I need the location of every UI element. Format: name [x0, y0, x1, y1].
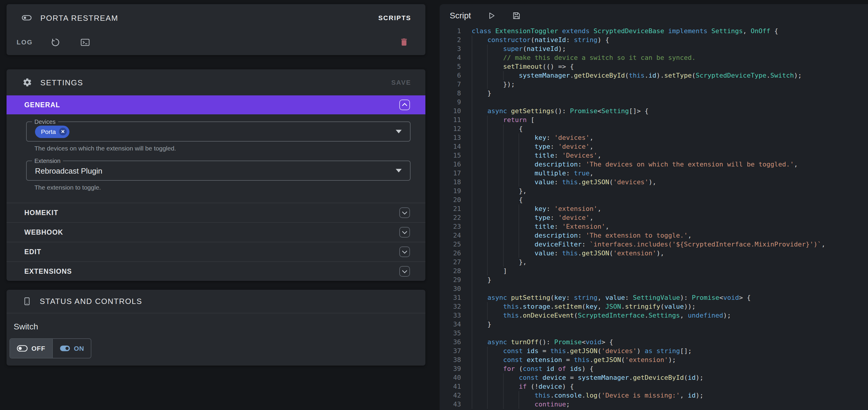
devices-field[interactable]: Devices Porta	[26, 122, 410, 142]
code-text: description: 'The extension to toggle.',	[472, 231, 868, 240]
porta-chip[interactable]: Porta	[35, 125, 69, 138]
code-line[interactable]: 6 systemManager.getDeviceById(this.id).s…	[440, 71, 868, 80]
code-line[interactable]: 13 key: 'devices',	[440, 133, 868, 142]
line-number: 15	[440, 151, 461, 160]
line-number: 11	[440, 115, 461, 125]
accordion-webhook[interactable]: WEBHOOK	[6, 222, 425, 242]
code-line[interactable]: 40 const device = systemManager.getDevic…	[440, 373, 868, 382]
code-line[interactable]: 16 description: 'The devices on which th…	[440, 160, 868, 169]
code-line[interactable]: 14 type: 'device',	[440, 142, 868, 151]
code-text: ]	[472, 267, 868, 275]
code-line[interactable]: 5 setTimeout(() => {	[440, 62, 868, 71]
line-number: 7	[440, 80, 461, 89]
code-text: // make this device a switch so it can b…	[472, 53, 868, 62]
accordion-general[interactable]: GENERAL	[6, 95, 425, 114]
code-line[interactable]: 34 }	[440, 320, 868, 329]
code-line[interactable]: 39 for (const id of ids) {	[440, 364, 868, 373]
status-card: STATUS AND CONTROLS Switch OFF ON	[6, 290, 425, 366]
accordion-edit[interactable]: EDIT	[6, 242, 425, 261]
code-line[interactable]: 2 constructor(nativeId: string) {	[440, 36, 868, 44]
code-text: if (!device) {	[472, 382, 868, 391]
code-line[interactable]: 12 {	[440, 125, 868, 133]
code-line[interactable]: 4 // make this device a switch so it can…	[440, 53, 868, 62]
off-button[interactable]: OFF	[10, 339, 52, 358]
code-line[interactable]: 35	[440, 329, 868, 338]
line-number: 24	[440, 231, 461, 240]
line-number: 17	[440, 169, 461, 178]
code-line[interactable]: 3 super(nativeId);	[440, 44, 868, 53]
line-number: 21	[440, 204, 461, 213]
code-line[interactable]: 24 description: 'The extension to toggle…	[440, 231, 868, 240]
line-number: 1	[440, 27, 461, 36]
code-line[interactable]: 43 continue;	[440, 400, 868, 409]
chevron-down-icon	[399, 266, 410, 277]
code-line[interactable]: 42 this.console.log('Device is missing:'…	[440, 391, 868, 400]
code-line[interactable]: 27 },	[440, 258, 868, 267]
code-line[interactable]: 38 const extension = this.getJSON('exten…	[440, 355, 868, 364]
code-line[interactable]: 15 title: 'Devices',	[440, 151, 868, 160]
clock-history-icon	[50, 37, 60, 47]
log-button[interactable]: LOG	[17, 38, 33, 46]
code-line[interactable]: 10 async getSettings(): Promise<Setting[…	[440, 107, 868, 115]
code-line[interactable]: 1class ExtensionToggler extends Scrypted…	[440, 27, 868, 36]
line-number: 41	[440, 382, 461, 391]
code-text: systemManager.getDeviceById(this.id).set…	[472, 71, 868, 80]
code-text: title: 'Devices',	[472, 151, 868, 160]
delete-button[interactable]	[397, 35, 411, 49]
accordion-extensions[interactable]: EXTENSIONS	[6, 261, 425, 281]
extension-field[interactable]: Extension Rebroadcast Plugin	[26, 161, 410, 181]
code-line[interactable]: 26 value: this.getJSON('extension'),	[440, 249, 868, 258]
code-line[interactable]: 41 if (!device) {	[440, 382, 868, 391]
code-line[interactable]: 30	[440, 284, 868, 293]
code-line[interactable]: 31 async putSetting(key: string, value: …	[440, 293, 868, 302]
code-line[interactable]: 37 const ids = this.getJSON('devices') a…	[440, 347, 868, 355]
switch-label: Switch	[13, 322, 425, 331]
code-line[interactable]: 9	[440, 98, 868, 107]
save-script-button[interactable]	[510, 9, 523, 22]
code-area[interactable]: 1class ExtensionToggler extends Scrypted…	[440, 27, 868, 409]
code-text: },	[472, 186, 868, 196]
line-number: 14	[440, 142, 461, 151]
left-column: PORTA RESTREAM SCRIPTS LOG	[6, 4, 425, 366]
line-number: 20	[440, 196, 461, 204]
line-number: 29	[440, 275, 461, 284]
code-line[interactable]: 29 }	[440, 275, 868, 284]
code-line[interactable]: 36 async turnOff(): Promise<void> {	[440, 338, 868, 347]
code-line[interactable]: 22 type: 'device',	[440, 213, 868, 222]
code-line[interactable]: 18 value: this.getJSON('devices'),	[440, 178, 868, 186]
line-number: 42	[440, 391, 461, 400]
code-text: const ids = this.getJSON('devices') as s…	[472, 347, 868, 355]
dropdown-caret-icon	[396, 130, 402, 133]
toggle-off-icon	[17, 345, 28, 352]
code-line[interactable]: 19 },	[440, 186, 868, 196]
scripts-button[interactable]: SCRIPTS	[378, 14, 411, 21]
code-line[interactable]: 28 ]	[440, 267, 868, 275]
line-number: 27	[440, 258, 461, 267]
console-button[interactable]	[78, 35, 92, 49]
code-line[interactable]: 20 {	[440, 196, 868, 204]
run-script-button[interactable]	[485, 9, 498, 22]
code-line[interactable]: 32 this.storage.setItem(key, JSON.string…	[440, 302, 868, 311]
code-line[interactable]: 23 title: 'Extension',	[440, 222, 868, 231]
code-line[interactable]: 11 return [	[440, 115, 868, 125]
code-text: for (const id of ids) {	[472, 364, 868, 373]
trash-icon	[399, 37, 409, 47]
code-text: type: 'device',	[472, 142, 868, 151]
code-line[interactable]: 17 multiple: true,	[440, 169, 868, 178]
chip-label: Porta	[41, 128, 56, 135]
code-line[interactable]: 33 this.onDeviceEvent(ScryptedInterface.…	[440, 311, 868, 320]
code-text: }	[472, 320, 868, 329]
toggle-on-icon	[59, 345, 70, 352]
save-button[interactable]: SAVE	[391, 79, 411, 86]
chip-remove-icon[interactable]	[59, 127, 67, 136]
line-number: 33	[440, 311, 461, 320]
accordion-homekit[interactable]: HOMEKIT	[6, 203, 425, 222]
code-line[interactable]: 8 }	[440, 89, 868, 98]
code-line[interactable]: 21 key: 'extension',	[440, 204, 868, 213]
line-number: 26	[440, 249, 461, 258]
code-line[interactable]: 25 deviceFilter: `interfaces.includes('$…	[440, 240, 868, 249]
history-button[interactable]	[48, 35, 62, 49]
code-text: return [	[472, 115, 868, 125]
on-button[interactable]: ON	[52, 339, 91, 358]
code-line[interactable]: 7 });	[440, 80, 868, 89]
